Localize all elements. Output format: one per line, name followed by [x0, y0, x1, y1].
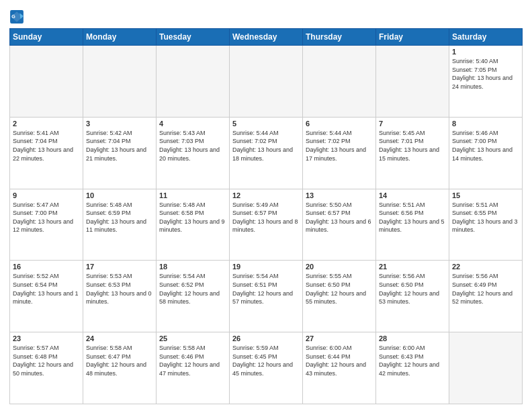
- day-cell: 23Sunrise: 5:57 AMSunset: 6:48 PMDayligh…: [10, 332, 83, 404]
- day-info: Sunrise: 5:54 AMSunset: 6:52 PMDaylight:…: [159, 272, 226, 306]
- day-number: 21: [379, 263, 446, 271]
- day-number: 10: [86, 191, 153, 199]
- day-number: 25: [159, 334, 226, 342]
- day-cell: 26Sunrise: 5:59 AMSunset: 6:45 PMDayligh…: [230, 332, 303, 404]
- day-info: Sunrise: 5:56 AMSunset: 6:49 PMDaylight:…: [452, 272, 519, 306]
- day-cell: 3Sunrise: 5:42 AMSunset: 7:04 PMDaylight…: [83, 117, 157, 189]
- logo: G: [9, 9, 26, 24]
- day-cell: [376, 46, 449, 118]
- day-cell: [157, 46, 230, 118]
- day-info: Sunrise: 5:47 AMSunset: 7:00 PMDaylight:…: [13, 201, 80, 234]
- day-cell: 10Sunrise: 5:48 AMSunset: 6:59 PMDayligh…: [83, 189, 157, 261]
- day-number: 13: [306, 191, 373, 199]
- day-cell: 15Sunrise: 5:51 AMSunset: 6:55 PMDayligh…: [449, 189, 523, 261]
- day-info: Sunrise: 5:40 AMSunset: 7:05 PMDaylight:…: [452, 57, 519, 91]
- day-number: 23: [13, 334, 80, 342]
- day-number: 27: [306, 334, 373, 342]
- day-info: Sunrise: 5:44 AMSunset: 7:02 PMDaylight:…: [306, 129, 373, 163]
- day-info: Sunrise: 5:50 AMSunset: 6:57 PMDaylight:…: [306, 201, 373, 234]
- calendar-header-row: SundayMondayTuesdayWednesdayThursdayFrid…: [10, 29, 523, 46]
- day-number: 16: [13, 263, 80, 271]
- calendar: SundayMondayTuesdayWednesdayThursdayFrid…: [9, 28, 523, 404]
- day-number: 12: [232, 191, 300, 199]
- day-cell: 21Sunrise: 5:56 AMSunset: 6:50 PMDayligh…: [376, 261, 449, 332]
- day-info: Sunrise: 5:42 AMSunset: 7:04 PMDaylight:…: [86, 129, 153, 163]
- day-info: Sunrise: 6:00 AMSunset: 6:43 PMDaylight:…: [379, 344, 446, 377]
- day-number: 19: [232, 263, 300, 271]
- day-cell: 2Sunrise: 5:41 AMSunset: 7:04 PMDaylight…: [10, 117, 83, 189]
- col-header-thursday: Thursday: [303, 29, 376, 46]
- day-cell: 14Sunrise: 5:51 AMSunset: 6:56 PMDayligh…: [376, 189, 449, 261]
- day-cell: 18Sunrise: 5:54 AMSunset: 6:52 PMDayligh…: [157, 261, 230, 332]
- day-number: 2: [13, 120, 80, 128]
- day-cell: 19Sunrise: 5:54 AMSunset: 6:51 PMDayligh…: [230, 261, 303, 332]
- svg-text:G: G: [11, 14, 15, 19]
- day-cell: 16Sunrise: 5:52 AMSunset: 6:54 PMDayligh…: [10, 261, 83, 332]
- col-header-tuesday: Tuesday: [157, 29, 230, 46]
- day-cell: 25Sunrise: 5:58 AMSunset: 6:46 PMDayligh…: [157, 332, 230, 404]
- day-cell: 5Sunrise: 5:44 AMSunset: 7:02 PMDaylight…: [230, 117, 303, 189]
- day-info: Sunrise: 5:54 AMSunset: 6:51 PMDaylight:…: [232, 272, 300, 306]
- page: G SundayMondayTuesdayWednesdayThursdayFr…: [0, 0, 532, 411]
- day-cell: 27Sunrise: 6:00 AMSunset: 6:44 PMDayligh…: [303, 332, 376, 404]
- header: G: [9, 7, 523, 24]
- day-cell: [449, 332, 523, 404]
- logo-icon: G: [9, 9, 24, 24]
- day-number: 20: [306, 263, 373, 271]
- week-row-4: 16Sunrise: 5:52 AMSunset: 6:54 PMDayligh…: [10, 261, 523, 332]
- day-number: 26: [232, 334, 300, 342]
- day-number: 17: [86, 263, 153, 271]
- day-number: 3: [86, 120, 153, 128]
- day-number: 24: [86, 334, 153, 342]
- day-info: Sunrise: 5:48 AMSunset: 6:58 PMDaylight:…: [159, 201, 226, 234]
- day-info: Sunrise: 5:51 AMSunset: 6:56 PMDaylight:…: [379, 201, 446, 234]
- day-info: Sunrise: 5:58 AMSunset: 6:47 PMDaylight:…: [86, 344, 153, 377]
- day-info: Sunrise: 6:00 AMSunset: 6:44 PMDaylight:…: [306, 344, 373, 377]
- day-cell: [83, 46, 157, 118]
- day-cell: 1Sunrise: 5:40 AMSunset: 7:05 PMDaylight…: [449, 46, 523, 118]
- week-row-1: 1Sunrise: 5:40 AMSunset: 7:05 PMDaylight…: [10, 46, 523, 118]
- day-cell: 8Sunrise: 5:46 AMSunset: 7:00 PMDaylight…: [449, 117, 523, 189]
- day-info: Sunrise: 5:41 AMSunset: 7:04 PMDaylight:…: [13, 129, 80, 163]
- day-cell: [10, 46, 83, 118]
- day-cell: 12Sunrise: 5:49 AMSunset: 6:57 PMDayligh…: [230, 189, 303, 261]
- day-info: Sunrise: 5:59 AMSunset: 6:45 PMDaylight:…: [232, 344, 300, 377]
- day-cell: 4Sunrise: 5:43 AMSunset: 7:03 PMDaylight…: [157, 117, 230, 189]
- day-info: Sunrise: 5:43 AMSunset: 7:03 PMDaylight:…: [159, 129, 226, 163]
- week-row-5: 23Sunrise: 5:57 AMSunset: 6:48 PMDayligh…: [10, 332, 523, 404]
- day-info: Sunrise: 5:55 AMSunset: 6:50 PMDaylight:…: [306, 272, 373, 306]
- day-info: Sunrise: 5:57 AMSunset: 6:48 PMDaylight:…: [13, 344, 80, 377]
- day-cell: [230, 46, 303, 118]
- day-number: 5: [232, 120, 300, 128]
- day-number: 14: [379, 191, 446, 199]
- day-cell: 24Sunrise: 5:58 AMSunset: 6:47 PMDayligh…: [83, 332, 157, 404]
- day-number: 9: [13, 191, 80, 199]
- day-info: Sunrise: 5:45 AMSunset: 7:01 PMDaylight:…: [379, 129, 446, 163]
- day-number: 22: [452, 263, 519, 271]
- day-cell: 6Sunrise: 5:44 AMSunset: 7:02 PMDaylight…: [303, 117, 376, 189]
- day-info: Sunrise: 5:51 AMSunset: 6:55 PMDaylight:…: [452, 201, 519, 234]
- day-info: Sunrise: 5:44 AMSunset: 7:02 PMDaylight:…: [232, 129, 300, 163]
- week-row-3: 9Sunrise: 5:47 AMSunset: 7:00 PMDaylight…: [10, 189, 523, 261]
- day-cell: 13Sunrise: 5:50 AMSunset: 6:57 PMDayligh…: [303, 189, 376, 261]
- day-cell: 11Sunrise: 5:48 AMSunset: 6:58 PMDayligh…: [157, 189, 230, 261]
- col-header-wednesday: Wednesday: [230, 29, 303, 46]
- day-cell: 28Sunrise: 6:00 AMSunset: 6:43 PMDayligh…: [376, 332, 449, 404]
- week-row-2: 2Sunrise: 5:41 AMSunset: 7:04 PMDaylight…: [10, 117, 523, 189]
- day-number: 15: [452, 191, 519, 199]
- col-header-friday: Friday: [376, 29, 449, 46]
- col-header-saturday: Saturday: [449, 29, 523, 46]
- day-number: 28: [379, 334, 446, 342]
- day-info: Sunrise: 5:48 AMSunset: 6:59 PMDaylight:…: [86, 201, 153, 234]
- day-cell: [303, 46, 376, 118]
- day-info: Sunrise: 5:58 AMSunset: 6:46 PMDaylight:…: [159, 344, 226, 377]
- col-header-sunday: Sunday: [10, 29, 83, 46]
- day-cell: 7Sunrise: 5:45 AMSunset: 7:01 PMDaylight…: [376, 117, 449, 189]
- day-cell: 9Sunrise: 5:47 AMSunset: 7:00 PMDaylight…: [10, 189, 83, 261]
- day-number: 18: [159, 263, 226, 271]
- day-cell: 22Sunrise: 5:56 AMSunset: 6:49 PMDayligh…: [449, 261, 523, 332]
- day-info: Sunrise: 5:49 AMSunset: 6:57 PMDaylight:…: [232, 201, 300, 234]
- day-number: 4: [159, 120, 226, 128]
- day-number: 8: [452, 120, 519, 128]
- day-number: 11: [159, 191, 226, 199]
